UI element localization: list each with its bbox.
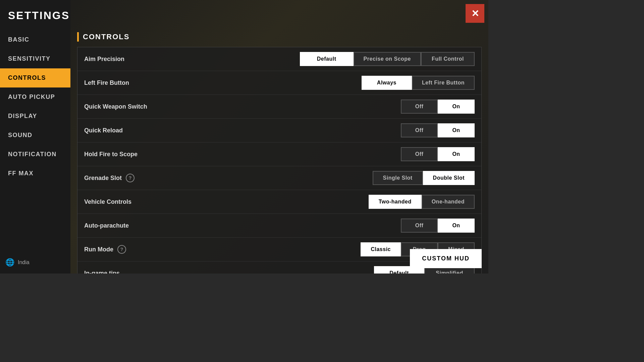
setting-row-quick-reload: Quick Reload Off On [77, 119, 481, 142]
grenade-single-slot[interactable]: Single Slot [373, 171, 423, 185]
vehicle-controls-options: Two-handed One-handed [369, 195, 475, 209]
close-button[interactable]: ✕ [466, 4, 484, 23]
section-title: CONTROLS [83, 33, 129, 41]
sidebar-footer: 🌐 India [5, 258, 30, 267]
quick-weapon-options: Off On [401, 100, 475, 114]
setting-row-hold-fire: Hold Fire to Scope Off On [77, 142, 481, 166]
left-fire-always[interactable]: Always [362, 76, 412, 90]
setting-label-hold-fire: Hold Fire to Scope [84, 151, 401, 158]
section-bar [77, 32, 79, 42]
quick-reload-off[interactable]: Off [401, 123, 438, 137]
aim-precision-precise[interactable]: Precise on Scope [354, 52, 421, 66]
run-mode-help-icon[interactable]: ? [117, 245, 126, 254]
hold-fire-options: Off On [401, 147, 475, 161]
auto-parachute-off[interactable]: Off [401, 219, 438, 233]
page-title: SETTINGS [8, 9, 70, 22]
setting-label-vehicle-controls: Vehicle Controls [84, 198, 369, 205]
setting-row-quick-weapon: Quick Weapon Switch Off On [77, 95, 481, 119]
hold-fire-off[interactable]: Off [401, 147, 438, 161]
left-fire-button[interactable]: Left Fire Button [412, 76, 475, 90]
grenade-double-slot[interactable]: Double Slot [423, 171, 475, 185]
quick-weapon-off[interactable]: Off [401, 100, 438, 114]
quick-reload-on[interactable]: On [438, 123, 475, 137]
setting-row-auto-parachute: Auto-parachute Off On [77, 214, 481, 238]
left-fire-options: Always Left Fire Button [362, 76, 475, 90]
setting-label-in-game-tips: In-game tips [84, 270, 374, 274]
aim-precision-full[interactable]: Full Control [421, 52, 475, 66]
setting-label-aim-precision: Aim Precision [84, 56, 300, 63]
sidebar-item-controls[interactable]: CONTROLS [0, 68, 70, 87]
auto-parachute-options: Off On [401, 219, 475, 233]
vehicle-one-handed[interactable]: One-handed [422, 195, 475, 209]
auto-parachute-on[interactable]: On [438, 219, 475, 233]
vehicle-two-handed[interactable]: Two-handed [369, 195, 422, 209]
sidebar-item-basic[interactable]: BASIC [0, 30, 70, 49]
run-mode-classic[interactable]: Classic [361, 242, 401, 256]
close-icon: ✕ [471, 8, 479, 19]
sidebar-item-auto-pickup[interactable]: AUTO PICKUP [0, 87, 70, 107]
sidebar-item-sound[interactable]: SOUND [0, 126, 70, 145]
globe-icon: 🌐 [5, 258, 14, 267]
section-header: CONTROLS [77, 32, 482, 42]
hold-fire-on[interactable]: On [438, 147, 475, 161]
aim-precision-default[interactable]: Default [300, 52, 354, 66]
custom-hud-button[interactable]: CUSTOM HUD [410, 249, 482, 268]
quick-weapon-on[interactable]: On [438, 100, 475, 114]
sidebar-item-display[interactable]: DISPLAY [0, 107, 70, 126]
setting-label-quick-weapon: Quick Weapon Switch [84, 103, 401, 110]
aim-precision-options: Default Precise on Scope Full Control [300, 52, 475, 66]
setting-label-left-fire: Left Fire Button [84, 79, 362, 86]
sidebar-item-ff-max[interactable]: FF MAX [0, 164, 70, 183]
sidebar-item-notification[interactable]: NOTIFICATION [0, 145, 70, 164]
setting-row-aim-precision: Aim Precision Default Precise on Scope F… [77, 47, 481, 71]
region-label: India [18, 259, 30, 265]
setting-label-run-mode: Run Mode ? [84, 245, 361, 254]
sidebar: BASIC SENSITIVITY CONTROLS AUTO PICKUP D… [0, 0, 70, 274]
main-content: CONTROLS Aim Precision Default Precise o… [70, 27, 488, 274]
grenade-slot-help-icon[interactable]: ? [126, 174, 135, 182]
setting-label-quick-reload: Quick Reload [84, 127, 401, 134]
setting-label-grenade-slot: Grenade Slot ? [84, 174, 373, 182]
setting-row-vehicle-controls: Vehicle Controls Two-handed One-handed [77, 190, 481, 214]
quick-reload-options: Off On [401, 123, 475, 137]
sidebar-item-sensitivity[interactable]: SENSITIVITY [0, 49, 70, 68]
settings-panel: Aim Precision Default Precise on Scope F… [77, 47, 482, 274]
setting-label-auto-parachute: Auto-parachute [84, 222, 401, 229]
setting-row-left-fire: Left Fire Button Always Left Fire Button [77, 71, 481, 95]
grenade-slot-options: Single Slot Double Slot [373, 171, 475, 185]
setting-row-grenade-slot: Grenade Slot ? Single Slot Double Slot [77, 166, 481, 190]
